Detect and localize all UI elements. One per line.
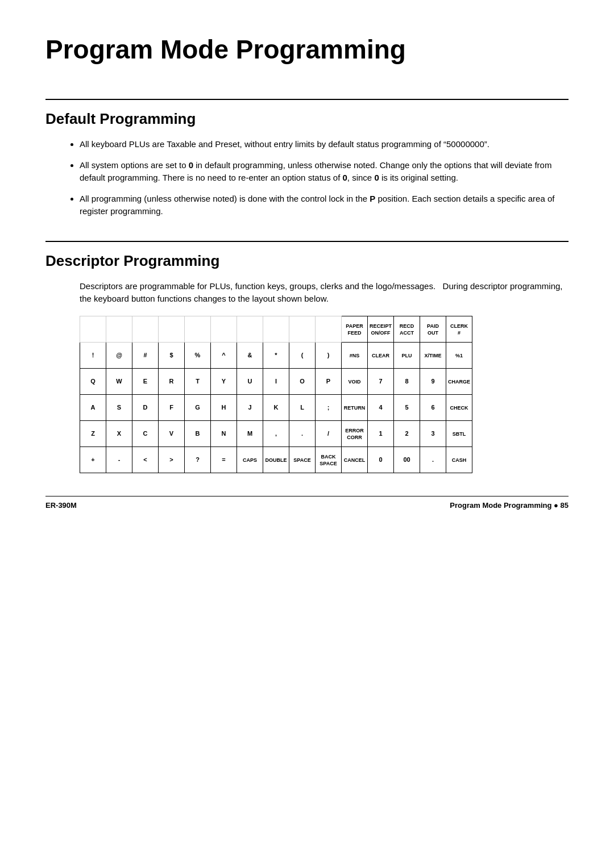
key-c: C (132, 420, 159, 446)
key-x: X (106, 420, 132, 446)
key-cancel: CANCEL (342, 446, 368, 473)
key-empty (316, 316, 342, 342)
keyboard-row-5: Z X C V B N M , . / ERRORCORR 1 2 3 (80, 420, 472, 446)
key-p: P (316, 368, 342, 394)
section1-title: Default Programming (45, 110, 569, 128)
key-f: F (159, 394, 185, 420)
key-5: 5 (394, 394, 420, 420)
key-h: H (211, 394, 237, 420)
key-m: M (237, 420, 263, 446)
section2-divider (45, 241, 569, 242)
key-b: B (185, 420, 211, 446)
descriptor-intro: Descriptors are programmable for PLUs, f… (80, 280, 569, 306)
key-empty (289, 316, 316, 342)
page-container: Program Mode Programming Default Program… (0, 0, 614, 532)
main-title: Program Mode Programming (45, 34, 569, 65)
key-empty (185, 316, 211, 342)
key-a: A (80, 394, 106, 420)
key-t: T (185, 368, 211, 394)
footer-page-number: 85 (561, 501, 569, 510)
key-j: J (237, 394, 263, 420)
key-caps: CAPS (237, 446, 263, 473)
keyboard-row-2: ! @ # $ % ^ & * ( ) #NS CLEAR PLU X/TIME (80, 342, 472, 368)
key-dollar: $ (159, 342, 185, 368)
key-r: R (159, 368, 185, 394)
key-question: ? (185, 446, 211, 473)
key-empty (106, 316, 132, 342)
key-empty (263, 316, 289, 342)
key-clear: CLEAR (368, 342, 394, 368)
key-recd-acct: RECDACCT (394, 316, 420, 342)
bullet-item-3: All programming (unless otherwise noted)… (80, 193, 569, 218)
key-at: @ (106, 342, 132, 368)
key-d: D (132, 394, 159, 420)
key-o: O (289, 368, 316, 394)
key-y: Y (211, 368, 237, 394)
footer-right-label: Program Mode Programming (450, 501, 551, 510)
key-lt: < (132, 446, 159, 473)
key-space: SPACE (289, 446, 316, 473)
key-7: 7 (368, 368, 394, 394)
bullet-list-default: All keyboard PLUs are Taxable and Preset… (80, 138, 569, 218)
key-check: CHECK (446, 394, 472, 420)
key-receipt-on-off: RECEIPTON/OFF (368, 316, 394, 342)
keyboard-layout: PAPERFEED RECEIPTON/OFF RECDACCT PAIDOUT… (80, 316, 569, 473)
key-sbtl: SBTL (446, 420, 472, 446)
key-equals: = (211, 446, 237, 473)
key-u: U (237, 368, 263, 394)
bullet-item-1: All keyboard PLUs are Taxable and Preset… (80, 138, 569, 151)
key-slash: / (316, 420, 342, 446)
key-plu: PLU (394, 342, 420, 368)
key-1: 1 (368, 420, 394, 446)
key-minus: - (106, 446, 132, 473)
key-k: K (263, 394, 289, 420)
key-ns: #NS (342, 342, 368, 368)
key-hash: # (132, 342, 159, 368)
section-descriptor-programming: Descriptor Programming Descriptors are p… (45, 241, 569, 473)
key-semicolon: ; (316, 394, 342, 420)
key-empty (237, 316, 263, 342)
key-percent1: %1 (446, 342, 472, 368)
key-xtime: X/TIME (420, 342, 446, 368)
keyboard-table: PAPERFEED RECEIPTON/OFF RECDACCT PAIDOUT… (80, 316, 472, 473)
section2-title: Descriptor Programming (45, 252, 569, 270)
key-z: Z (80, 420, 106, 446)
key-percent: % (185, 342, 211, 368)
key-paper-feed: PAPERFEED (342, 316, 368, 342)
bullet-item-2: All system options are set to 0 in defau… (80, 159, 569, 185)
key-g: G (185, 394, 211, 420)
key-charge: CHARGE (446, 368, 472, 394)
keyboard-row-1: PAPERFEED RECEIPTON/OFF RECDACCT PAIDOUT… (80, 316, 472, 342)
key-empty (80, 316, 106, 342)
key-4: 4 (368, 394, 394, 420)
keyboard-row-6: + - < > ? = CAPS DOUBLE SPACE BACKSPACE … (80, 446, 472, 473)
key-v: V (159, 420, 185, 446)
keyboard-row-3: Q W E R T Y U I O P VOID 7 8 9 C (80, 368, 472, 394)
key-caret: ^ (211, 342, 237, 368)
key-void: VOID (342, 368, 368, 394)
key-empty (132, 316, 159, 342)
key-amp: & (237, 342, 263, 368)
key-comma: , (263, 420, 289, 446)
key-clerk: CLERK# (446, 316, 472, 342)
key-i: I (263, 368, 289, 394)
key-double: DOUBLE (263, 446, 289, 473)
key-2: 2 (394, 420, 420, 446)
key-9: 9 (420, 368, 446, 394)
key-empty (211, 316, 237, 342)
section-default-programming: Default Programming All keyboard PLUs ar… (45, 99, 569, 218)
key-0: 0 (368, 446, 394, 473)
key-error-corr: ERRORCORR (342, 420, 368, 446)
key-s: S (106, 394, 132, 420)
key-rparen: ) (316, 342, 342, 368)
key-empty (159, 316, 185, 342)
page-footer: ER-390M Program Mode Programming ● 85 (45, 496, 569, 510)
key-period: . (289, 420, 316, 446)
key-6: 6 (420, 394, 446, 420)
key-3: 3 (420, 420, 446, 446)
section1-divider (45, 99, 569, 100)
key-q: Q (80, 368, 106, 394)
key-e: E (132, 368, 159, 394)
key-00: 00 (394, 446, 420, 473)
key-w: W (106, 368, 132, 394)
